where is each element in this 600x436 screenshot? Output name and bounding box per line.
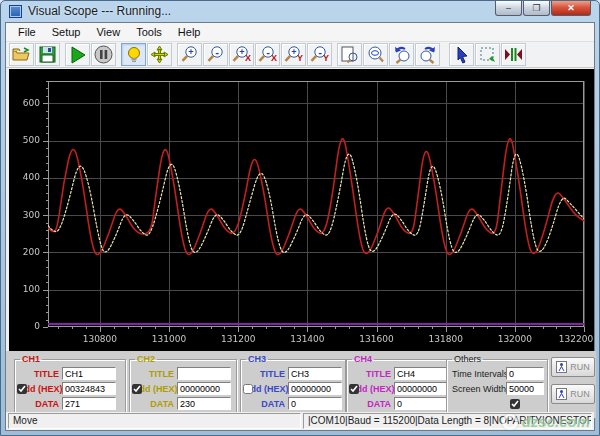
svg-text:-: -: [215, 46, 219, 58]
save-icon: [39, 46, 56, 63]
menu-view[interactable]: View: [88, 24, 128, 40]
close-button[interactable]: ✕: [551, 1, 591, 16]
svg-text:-: -: [266, 46, 270, 58]
zoom-out-icon: -: [206, 45, 225, 64]
run-icon: [69, 46, 87, 64]
maximize-button[interactable]: ❐: [523, 1, 550, 16]
others-panel: Others Time Intervals Screen Width: [446, 354, 548, 414]
run-button-1[interactable]: RUN: [551, 357, 595, 377]
title-bar[interactable]: Visual Scope --- Running... – ❐ ✕: [1, 1, 599, 22]
title-label: TITLE: [18, 369, 62, 379]
channel-legend: CH4: [352, 354, 374, 364]
svg-text:+: +: [239, 47, 244, 57]
ch1-data-input[interactable]: [62, 397, 116, 410]
zoom-window-icon: [366, 45, 385, 64]
zoom-fit-icon: [340, 45, 359, 64]
run-button-label: RUN: [570, 362, 590, 372]
menu-file[interactable]: File: [10, 24, 44, 40]
zoom-in-y-button[interactable]: +Y: [281, 43, 306, 66]
zoom-in-icon: +: [180, 45, 199, 64]
ch1-title-input[interactable]: [62, 367, 116, 380]
zoom-undo-button[interactable]: [389, 43, 414, 66]
ch3-data-input[interactable]: [288, 397, 342, 410]
minimize-button[interactable]: –: [495, 1, 522, 16]
data-label: DATA: [350, 399, 394, 409]
zoom-out-button[interactable]: -: [203, 43, 228, 66]
menu-tools[interactable]: Tools: [128, 24, 170, 40]
svg-text:Y: Y: [296, 53, 302, 63]
channel-legend: CH3: [246, 354, 268, 364]
ch2-title-input[interactable]: [177, 367, 231, 380]
zoom-in-button[interactable]: +: [177, 43, 202, 66]
ch1-add-checkbox[interactable]: [17, 384, 27, 394]
markers-button[interactable]: [501, 43, 526, 66]
zoom-out-y-button[interactable]: -Y: [307, 43, 332, 66]
title-label: TITLE: [350, 369, 394, 379]
run-icon: [556, 388, 567, 400]
zoom-out-y-icon: -Y: [310, 45, 330, 64]
time-intervals-label: Time Intervals: [450, 369, 506, 379]
run-button-2[interactable]: RUN: [551, 384, 595, 404]
menu-help[interactable]: Help: [170, 24, 209, 40]
toolbar: + - +X -X +Y -Y: [6, 42, 594, 68]
channel-panel-ch2: CH2 TITLE Add (HEX) DATA: [129, 354, 237, 414]
zoom-out-x-icon: -X: [258, 45, 278, 64]
ch2-data-input[interactable]: [177, 397, 231, 410]
run-button[interactable]: [65, 43, 90, 66]
bulb-toggle-button[interactable]: [121, 43, 146, 66]
ch4-add-checkbox[interactable]: [349, 384, 359, 394]
ch3-add-checkbox[interactable]: [243, 384, 253, 394]
bulb-icon: [127, 46, 141, 64]
status-serial-config: |COM10|Baud = 115200|Data Length = 8|NOP…: [303, 413, 592, 429]
data-label: DATA: [18, 399, 62, 409]
window-title: Visual Scope --- Running...: [28, 4, 171, 18]
svg-text:+: +: [291, 47, 296, 57]
pause-button[interactable]: [91, 43, 116, 66]
move-icon: [150, 45, 169, 64]
zoom-window-button[interactable]: [363, 43, 388, 66]
zoom-in-x-button[interactable]: +X: [229, 43, 254, 66]
channel-strip: CH1 TITLE Add (HEX) DATA CH2 TITLE Add (…: [6, 351, 596, 418]
status-mode: Move: [8, 413, 301, 429]
screen-width-label: Screen Width: [450, 384, 506, 394]
ch2-add-input[interactable]: [177, 382, 231, 395]
scope-plot[interactable]: [9, 69, 594, 351]
pause-icon: [94, 45, 113, 64]
run-button-label: RUN: [570, 389, 590, 399]
others-legend: Others: [452, 354, 483, 364]
select-button[interactable]: [475, 43, 500, 66]
move-button[interactable]: [147, 43, 172, 66]
data-label: DATA: [244, 399, 288, 409]
title-label: TITLE: [133, 369, 177, 379]
data-label: DATA: [133, 399, 177, 409]
ch4-title-input[interactable]: [394, 367, 448, 380]
cursor-button[interactable]: [449, 43, 474, 66]
open-icon: [12, 46, 31, 63]
zoom-in-y-icon: +Y: [284, 45, 304, 64]
open-button[interactable]: [9, 43, 34, 66]
zoom-redo-icon: [418, 45, 438, 64]
ch1-add-input[interactable]: [62, 382, 116, 395]
app-icon: [9, 5, 22, 18]
others-checkbox[interactable]: [510, 399, 520, 409]
scope-canvas[interactable]: [9, 69, 594, 351]
zoom-in-x-icon: +X: [232, 45, 252, 64]
ch2-add-checkbox[interactable]: [132, 384, 142, 394]
ch4-data-input[interactable]: [394, 397, 448, 410]
zoom-undo-icon: [392, 45, 412, 64]
ch4-add-input[interactable]: [394, 382, 448, 395]
channel-legend: CH2: [135, 354, 157, 364]
save-button[interactable]: [35, 43, 60, 66]
client-area: File Setup View Tools Help + - +X -X +Y …: [5, 22, 595, 431]
status-bar: Move |COM10|Baud = 115200|Data Length = …: [6, 412, 594, 430]
menu-setup[interactable]: Setup: [44, 24, 89, 40]
time-intervals-input[interactable]: [506, 367, 544, 380]
select-icon: [479, 46, 497, 64]
ch3-title-input[interactable]: [288, 367, 342, 380]
screen-width-input[interactable]: [506, 382, 544, 395]
cursor-icon: [454, 46, 470, 64]
ch3-add-input[interactable]: [288, 382, 342, 395]
zoom-redo-button[interactable]: [415, 43, 440, 66]
zoom-out-x-button[interactable]: -X: [255, 43, 280, 66]
zoom-fit-button[interactable]: [337, 43, 362, 66]
